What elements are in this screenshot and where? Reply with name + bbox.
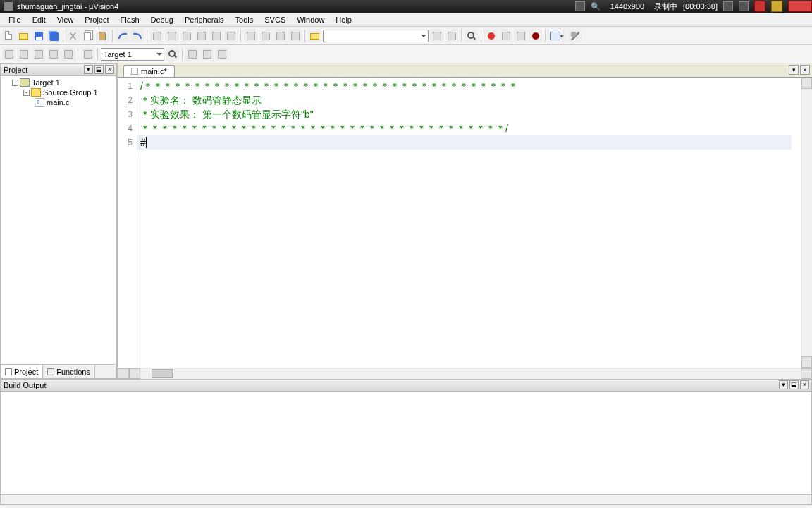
editor-close-button[interactable]: ×: [800, 65, 810, 75]
debug-button[interactable]: [465, 29, 478, 42]
translate-button[interactable]: [2, 47, 16, 61]
breakpoint-insert-button[interactable]: [484, 29, 498, 42]
comment-button[interactable]: [273, 29, 287, 42]
menu-view[interactable]: View: [51, 14, 80, 25]
batch-build-button[interactable]: [47, 47, 60, 61]
panel-pin-button[interactable]: ⬓: [94, 65, 104, 74]
menu-peripherals[interactable]: Peripherals: [179, 14, 230, 25]
tree-group-label: Source Group 1: [43, 88, 98, 97]
project-panel: Project ▾ ⬓ × - Target 1 - Source Group …: [0, 64, 118, 379]
tab-functions[interactable]: Functions: [43, 365, 95, 378]
build-button[interactable]: [17, 47, 30, 61]
rebuild-button[interactable]: [32, 47, 45, 61]
bookmark-next-button[interactable]: [209, 29, 223, 42]
find-in-files-button[interactable]: [308, 29, 321, 42]
indent-button[interactable]: [244, 29, 257, 42]
menu-help[interactable]: Help: [330, 14, 357, 25]
folder-icon: [31, 88, 41, 97]
target-combo[interactable]: Target 1: [101, 48, 164, 61]
project-tree[interactable]: - Target 1 - Source Group 1 main.c: [0, 76, 116, 365]
code-editor[interactable]: 1 2 3 4 5 /＊＊＊＊＊＊＊＊＊＊＊＊＊＊＊＊＊＊＊＊＊＊＊＊＊＊＊＊＊…: [118, 78, 812, 368]
tree-group[interactable]: - Source Group 1: [2, 87, 114, 97]
breakpoint-enable-button[interactable]: [499, 29, 512, 42]
expand-icon[interactable]: -: [12, 80, 18, 86]
scroll-left-button[interactable]: [118, 368, 129, 379]
target-options-button[interactable]: [166, 47, 179, 61]
menu-window[interactable]: Window: [291, 14, 330, 25]
outdent-button[interactable]: [259, 29, 272, 42]
build-output-hscroll[interactable]: [0, 495, 812, 504]
books-button[interactable]: [215, 47, 228, 61]
configure-button[interactable]: [568, 29, 582, 42]
cut-button[interactable]: [66, 29, 80, 42]
build-toolbar: Target 1: [0, 45, 812, 64]
menu-project[interactable]: Project: [79, 14, 114, 25]
manage-button[interactable]: [200, 47, 214, 61]
build-output[interactable]: [0, 392, 812, 495]
find-combo[interactable]: [323, 30, 429, 42]
separator: [97, 48, 98, 61]
scroll-left2-button[interactable]: [129, 368, 140, 379]
editor-area: main.c* ▾ × 1 2 3 4 5 /＊＊＊＊＊＊＊＊＊＊＊＊＊＊＊＊＊…: [118, 64, 812, 379]
scroll-track[interactable]: [140, 368, 801, 379]
pause-button[interactable]: [771, 1, 782, 12]
editor-hscroll[interactable]: [118, 368, 812, 379]
save-button[interactable]: [32, 29, 45, 42]
output-menu-button[interactable]: ▾: [779, 380, 788, 389]
panel-menu-button[interactable]: ▾: [84, 65, 93, 74]
scroll-right-button[interactable]: [801, 368, 812, 379]
tree-file[interactable]: main.c: [2, 97, 114, 107]
bookmark-prev-button[interactable]: [195, 29, 208, 42]
editor-menu-button[interactable]: ▾: [789, 65, 799, 75]
open-button[interactable]: [17, 29, 30, 42]
tab-project[interactable]: Project: [1, 365, 43, 378]
menu-debug[interactable]: Debug: [145, 14, 179, 25]
scroll-up-button[interactable]: [801, 78, 812, 89]
paste-button[interactable]: [96, 29, 109, 42]
output-close-button[interactable]: ×: [800, 380, 809, 389]
new-button[interactable]: [2, 29, 16, 42]
menu-svcs[interactable]: SVCS: [259, 14, 291, 25]
copy-button[interactable]: [81, 29, 94, 42]
undo-button[interactable]: [116, 29, 129, 42]
functions-tab-icon: [47, 368, 54, 375]
record-button[interactable]: [754, 1, 765, 12]
breakpoint-kill-button[interactable]: [529, 29, 542, 42]
bookmark-button[interactable]: [180, 29, 193, 42]
breakpoint-disable-button[interactable]: [514, 29, 527, 42]
incremental-find-button[interactable]: [445, 29, 458, 42]
tab-functions-label: Functions: [56, 368, 90, 376]
code-line: ＊＊＊＊＊＊＊＊＊＊＊＊＊＊＊＊＊＊＊＊＊＊＊＊＊＊＊＊＊＊＊＊＊＊＊＊＊/: [140, 121, 798, 135]
overlay-icon-2: [723, 1, 733, 11]
find-button[interactable]: [430, 29, 443, 42]
file-ext-button[interactable]: [185, 47, 199, 61]
separator: [461, 30, 462, 42]
save-all-button[interactable]: [47, 29, 60, 42]
scroll-down-button[interactable]: [801, 356, 812, 368]
bookmark-clear-button[interactable]: [224, 29, 238, 42]
nav-back-button[interactable]: [150, 29, 164, 42]
panel-close-button[interactable]: ×: [105, 65, 114, 74]
menu-flash[interactable]: Flash: [115, 14, 145, 25]
tree-target[interactable]: - Target 1: [2, 78, 114, 87]
menu-tools[interactable]: Tools: [230, 14, 259, 25]
output-pin-button[interactable]: ⬓: [789, 380, 799, 389]
nav-fwd-button[interactable]: [165, 29, 178, 42]
code-line: ＊实验名： 数码管静态显示: [140, 93, 798, 107]
scroll-thumb[interactable]: [152, 369, 173, 378]
download-button[interactable]: [81, 47, 94, 61]
menu-file[interactable]: File: [3, 14, 27, 25]
uncomment-button[interactable]: [288, 29, 302, 42]
redo-button[interactable]: [130, 29, 144, 42]
project-panel-title: Project ▾ ⬓ ×: [0, 64, 116, 76]
code-text: #: [140, 137, 146, 148]
editor-tab-main[interactable]: main.c*: [123, 65, 175, 77]
app-icon: [4, 2, 13, 11]
code-content[interactable]: /＊＊＊＊＊＊＊＊＊＊＊＊＊＊＊＊＊＊＊＊＊＊＊＊＊＊＊＊＊＊＊＊＊＊＊＊＊＊ …: [137, 78, 801, 368]
overlay-close-button[interactable]: [788, 1, 812, 12]
menu-edit[interactable]: Edit: [27, 14, 51, 25]
stop-build-button[interactable]: [61, 47, 75, 61]
expand-icon[interactable]: -: [23, 90, 30, 96]
editor-vscroll[interactable]: [801, 78, 812, 368]
window-layout-button[interactable]: [548, 29, 567, 42]
